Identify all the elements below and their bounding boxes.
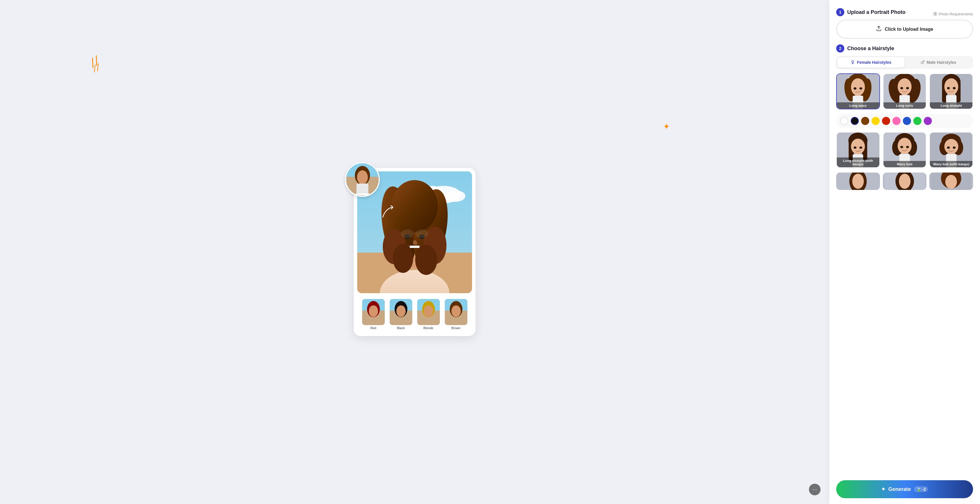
male-icon	[920, 60, 925, 65]
svg-point-3	[357, 170, 368, 184]
svg-point-74	[859, 146, 862, 149]
svg-point-65	[953, 87, 956, 89]
hairstyle-partial-1[interactable]	[836, 173, 880, 190]
upload-svg	[876, 25, 882, 31]
original-portrait: Original	[345, 162, 380, 197]
partial-svg	[883, 173, 927, 190]
hairstyle-wavy-bob[interactable]: Wavy bob	[883, 132, 927, 168]
hairstyle-label-bangs: Long straight (with bangs)	[837, 157, 880, 167]
hairstyle-long-straight-bangs[interactable]: Long straight (with bangs)	[836, 132, 880, 168]
hairstyle-grid: Long wavy Lon	[836, 73, 973, 109]
hairstyle-long-wavy[interactable]: Long wavy	[836, 73, 880, 109]
variant-red-label: Red	[370, 326, 376, 330]
variant-brown-label: Brown	[452, 326, 460, 330]
svg-point-81	[900, 146, 903, 148]
svg-point-98	[899, 174, 910, 189]
svg-point-28	[369, 305, 378, 317]
svg-point-95	[852, 174, 864, 189]
gender-tab-switcher: Female Hairstyles Male Hairstyles	[836, 56, 973, 69]
right-panel: 1 Upload a Portrait Photo ? Photo Requir…	[829, 0, 980, 504]
credits-value: -2	[922, 487, 926, 491]
hairstyle-label-wavy-bob-bangs: Wavy bob (with bangs)	[930, 161, 972, 167]
svg-point-47	[851, 78, 865, 96]
step2-badge: 2	[836, 45, 844, 52]
generate-button[interactable]: ✦ Generate 🍃 -2	[836, 480, 973, 498]
svg-point-82	[906, 146, 909, 148]
male-tab[interactable]: Male Hairstyles	[905, 57, 972, 68]
svg-point-8	[445, 190, 465, 202]
photo-requirements-link[interactable]: ? Photo Requirements	[933, 11, 973, 16]
svg-point-72	[851, 138, 865, 154]
svg-point-101	[945, 175, 957, 189]
color-green[interactable]	[913, 117, 921, 125]
variant-red-img	[362, 299, 385, 325]
color-brown[interactable]	[861, 117, 869, 125]
svg-point-42	[921, 62, 923, 64]
step2-header: 2 Choose a Hairstyle	[836, 45, 973, 52]
partial-svg	[836, 173, 880, 190]
svg-point-24	[415, 229, 428, 238]
female-tab[interactable]: Female Hairstyles	[837, 57, 905, 68]
variant-brown-img	[445, 299, 468, 325]
three-dots-button[interactable]: ···	[809, 484, 821, 495]
svg-point-80	[898, 138, 912, 154]
color-black[interactable]	[851, 117, 859, 125]
hairstyle-partial-2[interactable]	[883, 173, 927, 190]
hairstyle-long-curly[interactable]: Long curly	[883, 73, 927, 109]
generate-label: Generate	[888, 486, 911, 493]
hairstyle-grid-row3	[836, 173, 973, 190]
star-decoration: ✦	[663, 122, 670, 131]
step1-badge: 1	[836, 8, 844, 16]
svg-point-32	[396, 305, 406, 317]
hairstyle-wavy-bob-bangs[interactable]: Wavy bob (with bangs)	[929, 132, 973, 168]
hairstyle-partial-3[interactable]	[929, 173, 973, 190]
svg-point-23	[401, 229, 414, 238]
female-tab-label: Female Hairstyles	[857, 60, 891, 65]
upload-title: Upload a Portrait Photo	[847, 9, 905, 15]
variant-red[interactable]: Red	[362, 299, 385, 330]
variant-blonde-img	[417, 299, 440, 325]
variant-svg	[362, 299, 385, 325]
svg-point-19	[415, 245, 437, 275]
svg-point-90	[947, 146, 950, 149]
variant-svg	[445, 299, 468, 325]
arrow-decoration	[380, 203, 397, 222]
color-blue[interactable]	[903, 117, 911, 125]
left-panel: ╱╱ ╱╱ ✦ Original	[0, 0, 829, 504]
color-white[interactable]	[840, 117, 848, 125]
color-red[interactable]	[882, 117, 890, 125]
svg-point-57	[906, 87, 909, 89]
generate-icon: ✦	[881, 486, 886, 493]
variant-black-label: Black	[397, 326, 405, 330]
color-variants-strip: Red Black	[357, 296, 472, 332]
color-purple[interactable]	[924, 117, 932, 125]
hairstyle-label-long-wavy: Long wavy	[837, 102, 880, 109]
svg-point-18	[393, 244, 413, 273]
hairstyle-label-wavy-bob: Wavy bob	[883, 161, 926, 167]
svg-rect-22	[410, 246, 420, 248]
hairstyle-label-long-straight: Long straight	[930, 102, 972, 109]
svg-point-15	[391, 180, 438, 232]
hairstyle-long-straight[interactable]: Long straight	[929, 73, 973, 109]
svg-point-55	[898, 78, 912, 95]
portrait-image	[346, 163, 379, 196]
svg-point-48	[854, 87, 856, 90]
svg-point-63	[944, 78, 958, 95]
variant-brown[interactable]: Brown	[445, 299, 468, 330]
variant-black[interactable]: Black	[390, 299, 412, 330]
upload-icon	[876, 25, 882, 33]
svg-point-73	[854, 146, 856, 149]
step1-header: 1 Upload a Portrait Photo	[836, 8, 905, 16]
leaf-icon: 🍃	[916, 487, 921, 491]
svg-point-40	[452, 305, 461, 317]
partial-svg	[929, 173, 973, 190]
upload-section: 1 Upload a Portrait Photo ? Photo Requir…	[836, 8, 973, 38]
upload-image-button[interactable]: Click to Upload Image	[836, 20, 973, 38]
color-pink[interactable]	[892, 117, 900, 125]
svg-point-64	[947, 87, 950, 89]
upload-header: 1 Upload a Portrait Photo ? Photo Requir…	[836, 8, 973, 20]
hairstyle-title: Choose a Hairstyle	[847, 46, 894, 52]
color-yellow[interactable]	[872, 117, 880, 125]
svg-point-91	[953, 146, 956, 149]
variant-blonde[interactable]: Blonde	[417, 299, 440, 330]
